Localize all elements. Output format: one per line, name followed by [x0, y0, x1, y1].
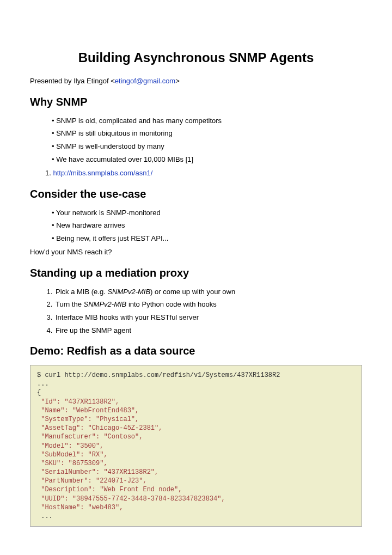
mib-name: SNMPv2-MIB [107, 288, 150, 296]
code-block: $ curl http://demo.snmplabs.com/redfish/… [30, 365, 362, 527]
proxy-steps: Pick a MIB (e.g. SNMPv2-MIB) or come up … [30, 287, 362, 335]
ref-number: 1. [45, 169, 53, 177]
presenter-email-link[interactable]: etingof@gmail.com [115, 77, 175, 85]
code-text: ... [37, 513, 53, 520]
list-item: We have accumulated over 10,000 MIBs [1] [52, 155, 362, 164]
list-item: SNMP is well-understood by many [52, 142, 362, 151]
list-item: Turn the SNMPv2-MIB into Python code wit… [54, 300, 362, 309]
code-line: "HostName": "web483", [37, 504, 123, 511]
code-line: "Manufacturer": "Contoso", [37, 433, 143, 441]
list-item: New hardware arrives [52, 221, 362, 230]
code-text: { [37, 389, 41, 397]
why-list: SNMP is old, complicated and has many co… [30, 116, 362, 164]
presenter-line: Presented by Ilya Etingof <etingof@gmail… [30, 76, 362, 86]
code-text: ... [37, 380, 49, 388]
list-item: Interface MIB hooks with your RESTful se… [54, 313, 362, 322]
code-line: "Id": "437XR1138R2", [37, 398, 119, 406]
list-item: Your network is SNMP-monitored [52, 208, 362, 218]
code-line: "UUID": "38947555-7742-3448-3784-8233478… [37, 495, 225, 503]
list-item: Pick a MIB (e.g. SNMPv2-MIB) or come up … [54, 287, 362, 297]
code-line: "PartNumber": "224071-J23", [37, 477, 147, 485]
reference-line: 1. http://mibs.snmplabs.com/asn1/ [30, 168, 362, 178]
list-item: Fire up the SNMP agent [54, 326, 362, 336]
list-item: Being new, it offers just REST API... [52, 234, 362, 243]
list-item: SNMP is still ubiquitous in monitoring [52, 129, 362, 138]
usecase-heading: Consider the use-case [30, 187, 362, 202]
text: ) or come up with your own [150, 288, 235, 296]
code-line: "SKU": "8675309", [37, 460, 108, 467]
code-line: "SystemType": "Physical", [37, 416, 139, 423]
code-cmd: $ curl http://demo.snmplabs.com/redfish/… [37, 371, 280, 379]
mib-name: SNMPv2-MIB [84, 300, 127, 308]
text: Turn the [56, 300, 84, 308]
code-line: "AssetTag": "Chicago-45Z-2381", [37, 424, 162, 432]
usecase-question: How'd your NMS reach it? [30, 247, 362, 257]
demo-heading: Demo: Redfish as a data source [30, 344, 362, 358]
presenter-suffix: > [175, 77, 180, 85]
why-heading: Why SNMP [30, 95, 362, 109]
code-line: "SubModel": "RX", [37, 451, 108, 459]
usecase-list: Your network is SNMP-monitored New hardw… [30, 208, 362, 243]
code-line: "Name": "WebFrontEnd483", [37, 407, 139, 414]
presenter-prefix: Presented by Ilya Etingof < [30, 77, 115, 85]
code-line: "Model": "3500", [37, 442, 103, 450]
list-item: SNMP is old, complicated and has many co… [52, 116, 362, 126]
text: Pick a MIB (e.g. [56, 288, 107, 296]
text: into Python code with hooks [126, 300, 217, 308]
proxy-heading: Standing up a mediation proxy [30, 266, 362, 280]
reference-link[interactable]: http://mibs.snmplabs.com/asn1/ [53, 169, 152, 177]
page-title: Building Asynchronous SNMP Agents [30, 49, 362, 66]
code-line: "Description": "Web Front End node", [37, 486, 182, 493]
code-line: "SerialNumber": "437XR1138R2", [37, 468, 158, 476]
